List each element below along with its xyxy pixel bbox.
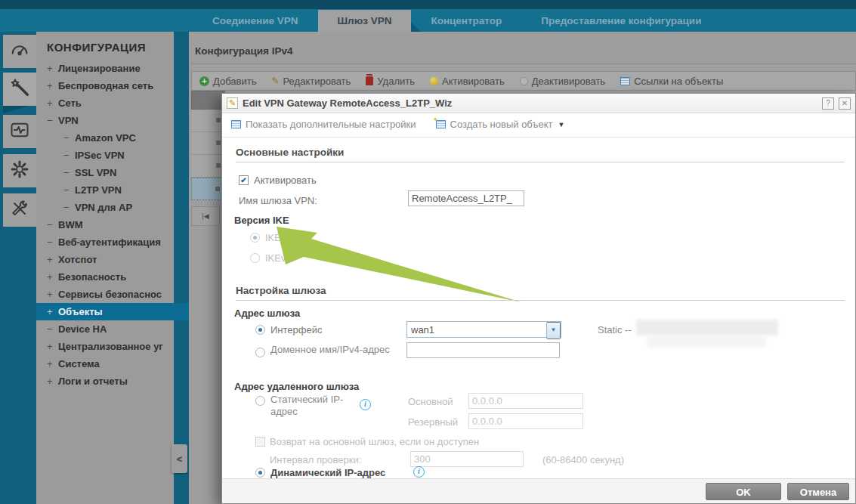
sidebar-item-licensing[interactable]: +Лицензирование — [36, 60, 174, 77]
app-window: Соединение VPN Шлюз VPN Концентратор Пре… — [0, 0, 856, 504]
sidebar-item-ssl-vpn[interactable]: −SSL VPN — [36, 164, 174, 181]
backup-ip-input[interactable] — [468, 413, 583, 429]
select-arrow-icon[interactable]: ▼ — [546, 322, 561, 339]
gateway-name-input[interactable] — [408, 190, 524, 206]
edit-button[interactable]: ✎Редактировать — [271, 76, 351, 87]
ikev1-label: IKEv1 — [265, 232, 292, 244]
tab-configuration-provisioning[interactable]: Предоставление конфигурации — [521, 10, 721, 32]
activate-button[interactable]: Активировать — [430, 76, 505, 87]
sidebar-item-amazon-vpc[interactable]: −Amazon VPC — [36, 129, 174, 147]
check-interval-label: Интервал проверки: — [270, 454, 361, 466]
top-strip — [0, 0, 856, 9]
show-advanced-settings-link[interactable]: Показать дополнительные настройки — [231, 119, 416, 130]
gateway-name-label: Имя шлюза VPN: — [239, 195, 317, 207]
domain-name-radio[interactable] — [255, 348, 265, 357]
config-tree-panel: КОНФИГУРАЦИЯ +Лицензирование +Беспроводн… — [36, 32, 174, 504]
interface-label: Интерфейс — [270, 324, 322, 336]
pulse-monitor-icon — [9, 119, 30, 144]
sidebar-item-bwm[interactable]: −BWM — [36, 216, 174, 233]
primary-ip-input[interactable] — [468, 393, 583, 409]
tab-concentrator[interactable]: Концентратор — [411, 10, 521, 32]
magic-wand-icon — [10, 77, 31, 101]
edit-vpn-gateway-dialog: ✎ Edit VPN Gateway RemoteAccess_L2TP_Wiz… — [221, 93, 856, 504]
sidebar-item-device-ha[interactable]: −Device HA — [36, 320, 174, 338]
tree-list: +Лицензирование +Беспроводная сеть +Сеть… — [36, 60, 174, 390]
dialog-toolbar-divider — [222, 137, 855, 138]
nav-tile-wizard[interactable] — [3, 73, 38, 106]
ikev1-radio[interactable] — [250, 233, 260, 243]
sidebar-item-hotspot[interactable]: +Хотспот — [36, 251, 174, 268]
sidebar-item-vpn[interactable]: −VPN — [36, 112, 174, 129]
fallback-label: Возврат на основной шлюз, если он доступ… — [270, 436, 479, 448]
sidebar-item-objects[interactable]: +Объекты — [36, 303, 189, 320]
sidebar-item-system[interactable]: +Система — [36, 355, 174, 373]
dialog-title: Edit VPN Gateway RemoteAccess_L2TP_Wiz — [243, 97, 817, 109]
enable-checkbox[interactable]: ✔ — [239, 175, 249, 185]
ikev2-radio[interactable] — [250, 253, 260, 263]
object-references-button[interactable]: Ссылки на объекты — [620, 76, 723, 87]
heading-divider — [191, 63, 856, 64]
sidebar-item-l2tp-vpn[interactable]: −L2TP VPN — [36, 181, 174, 199]
basic-settings-header: Основные настройки — [236, 147, 845, 162]
redacted-ip-block — [647, 336, 766, 348]
add-button[interactable]: +Добавить — [199, 76, 256, 87]
references-icon — [620, 77, 630, 85]
vpn-gateway-table: |◀ — [191, 91, 225, 226]
sidebar-item-network[interactable]: +Сеть — [36, 94, 174, 112]
interface-radio[interactable] — [255, 325, 265, 335]
sidebar-item-web-auth[interactable]: −Веб-аутентификация — [36, 233, 174, 251]
static-ip-info-text: Static -- — [598, 324, 632, 336]
sidebar-item-vpn-for-ap[interactable]: −VPN для AP — [36, 199, 174, 216]
bulb-on-icon — [430, 77, 438, 85]
table-row-selected[interactable] — [191, 178, 225, 200]
sidebar-collapse-button[interactable]: < — [172, 444, 187, 473]
table-row[interactable] — [191, 110, 225, 132]
info-icon[interactable]: i — [360, 399, 371, 410]
table-row[interactable] — [191, 132, 225, 155]
pager-first-button[interactable]: |◀ — [191, 206, 220, 226]
nav-tile-configuration[interactable] — [3, 154, 36, 187]
table-row[interactable] — [191, 155, 225, 178]
new-object-icon — [436, 120, 446, 128]
interface-select[interactable]: wan1 ▼ — [406, 321, 561, 338]
ike-version-header: Версия IKE — [234, 215, 289, 226]
static-ip-radio[interactable] — [255, 396, 265, 406]
delete-button[interactable]: Удалить — [366, 76, 415, 87]
dynamic-ip-radio[interactable] — [255, 468, 265, 478]
table-header-row — [191, 91, 225, 110]
create-new-object-dropdown[interactable]: Создать новый объект▼ — [436, 119, 565, 130]
check-interval-input[interactable] — [410, 451, 524, 467]
nav-tile-maintenance[interactable] — [3, 193, 36, 227]
primary-label: Основной — [408, 396, 453, 408]
tab-bar: Соединение VPN Шлюз VPN Концентратор Пре… — [0, 9, 856, 32]
nav-tile-dashboard[interactable] — [3, 35, 36, 68]
sidebar-item-ipsec-vpn[interactable]: −IPSec VPN — [36, 147, 174, 164]
interface-select-value: wan1 — [411, 324, 434, 335]
sidebar-item-centralized-mgmt[interactable]: +Централизованное уг — [36, 338, 174, 355]
ikev2-label: IKEv2 — [265, 252, 292, 264]
cancel-button[interactable]: Отмена — [787, 483, 849, 500]
edit-document-icon: ✎ — [227, 97, 238, 109]
domain-name-input[interactable] — [406, 342, 560, 358]
close-button[interactable]: ✕ — [839, 97, 851, 110]
page-title: Конфигурация IPv4 — [195, 45, 292, 57]
tab-vpn-connection[interactable]: Соединение VPN — [193, 10, 318, 32]
remote-gateway-header: Адрес удаленного шлюза — [234, 381, 359, 392]
help-button[interactable]: ? — [822, 97, 834, 110]
info-icon[interactable]: i — [413, 466, 425, 478]
dynamic-ip-label: Динамический IP-адрес — [270, 467, 385, 479]
sidebar-item-logs-reports[interactable]: +Логи и отчеты — [36, 373, 174, 390]
nav-tile-monitor[interactable] — [3, 115, 36, 148]
fallback-checkbox[interactable] — [255, 437, 265, 447]
enable-label: Активировать — [254, 175, 317, 187]
sidebar-item-security[interactable]: +Безопасность — [36, 268, 174, 286]
dialog-titlebar: ✎ Edit VPN Gateway RemoteAccess_L2TP_Wiz… — [222, 94, 855, 113]
tree-title: КОНФИГУРАЦИЯ — [36, 32, 174, 54]
deactivate-button[interactable]: Деактивировать — [520, 76, 605, 87]
tab-vpn-gateway[interactable]: Шлюз VPN — [318, 10, 412, 32]
ok-button[interactable]: OK — [706, 483, 781, 500]
sidebar-item-security-services[interactable]: +Сервисы безопаснос — [36, 286, 174, 303]
sidebar-item-wireless[interactable]: +Беспроводная сеть — [36, 77, 174, 94]
domain-name-label: Доменное имя/IPv4-адрес — [270, 344, 395, 356]
gateway-settings-header: Настройка шлюза — [236, 285, 845, 301]
